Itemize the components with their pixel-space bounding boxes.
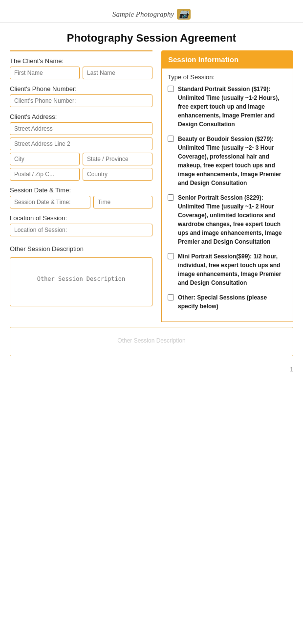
- location-input[interactable]: [10, 224, 152, 236]
- name-row: [10, 67, 152, 79]
- date-time-row: [10, 196, 152, 208]
- session-date-input[interactable]: [10, 196, 90, 208]
- full-width-other-desc-section: Other Session Description: [0, 327, 303, 366]
- session-option-1: Standard Portrait Session ($179): Unlimi…: [168, 85, 287, 129]
- zip-country-row: [10, 168, 152, 181]
- location-label: Location of Session:: [10, 214, 152, 222]
- session-option-3-checkbox[interactable]: [168, 194, 174, 201]
- top-divider: [10, 50, 152, 51]
- country-input[interactable]: [83, 168, 152, 181]
- session-option-1-text: Standard Portrait Session ($179): Unlimi…: [178, 85, 287, 129]
- session-option-4: Mini Portrait Session($99): 1/2 hour, in…: [168, 252, 287, 287]
- session-option-3: Senior Portrait Session ($229): Unlimite…: [168, 193, 287, 246]
- street-input[interactable]: [10, 122, 152, 135]
- session-option-1-checkbox[interactable]: [168, 86, 174, 92]
- session-option-2: Beauty or Boudoir Session ($279): Unlimi…: [168, 135, 287, 187]
- right-column: Session Information Type of Session: Sta…: [161, 50, 293, 322]
- last-name-input[interactable]: [83, 67, 152, 79]
- header: Sample Photography 📷: [0, 0, 303, 23]
- session-option-3-text: Senior Portrait Session ($229): Unlimite…: [178, 193, 287, 246]
- session-option-2-text: Beauty or Boudoir Session ($279): Unlimi…: [178, 135, 287, 187]
- session-info-content: Type of Session: Standard Portrait Sessi…: [161, 69, 293, 322]
- page-1: Sample Photography 📷 Photography Session…: [0, 0, 303, 644]
- page-title: Photography Session Agreement: [0, 23, 303, 50]
- phone-label: Client's Phone Number:: [10, 85, 152, 92]
- state-input[interactable]: [83, 153, 152, 165]
- session-option-5-checkbox[interactable]: [168, 294, 174, 300]
- other-desc-label: Other Session Description: [10, 245, 152, 253]
- other-desc-box-placeholder: Other Session Description: [117, 337, 185, 344]
- address-label: Client's Address:: [10, 113, 152, 120]
- zip-input[interactable]: [10, 168, 80, 181]
- phone-input[interactable]: [10, 94, 152, 107]
- session-option-4-checkbox[interactable]: [168, 253, 174, 259]
- logo-text-label: Sample Photography: [112, 10, 174, 19]
- logo-icon: 📷: [177, 9, 191, 20]
- session-date-label: Session Date & Time:: [10, 186, 152, 194]
- logo: Sample Photography 📷: [112, 9, 191, 20]
- session-option-4-text: Mini Portrait Session($99): 1/2 hour, in…: [178, 252, 287, 287]
- type-of-session-label: Type of Session:: [168, 73, 287, 81]
- client-name-label: The Client's Name:: [10, 57, 152, 65]
- left-column: The Client's Name: Client's Phone Number…: [10, 50, 161, 322]
- first-name-input[interactable]: [10, 67, 80, 79]
- street2-input[interactable]: [10, 138, 152, 150]
- other-desc-box: Other Session Description: [10, 327, 293, 356]
- session-option-2-checkbox[interactable]: [168, 136, 174, 142]
- session-option-5-text: Other: Special Sessions (please specify …: [178, 293, 287, 311]
- page-number: 1: [0, 366, 303, 375]
- session-option-5: Other: Special Sessions (please specify …: [168, 293, 287, 311]
- session-info-header: Session Information: [161, 50, 293, 69]
- session-info-title: Session Information: [168, 55, 238, 64]
- city-state-row: [10, 153, 152, 165]
- city-input[interactable]: [10, 153, 80, 165]
- time-input[interactable]: [93, 196, 152, 208]
- other-desc-textarea[interactable]: [10, 257, 152, 306]
- form-section: The Client's Name: Client's Phone Number…: [0, 50, 303, 327]
